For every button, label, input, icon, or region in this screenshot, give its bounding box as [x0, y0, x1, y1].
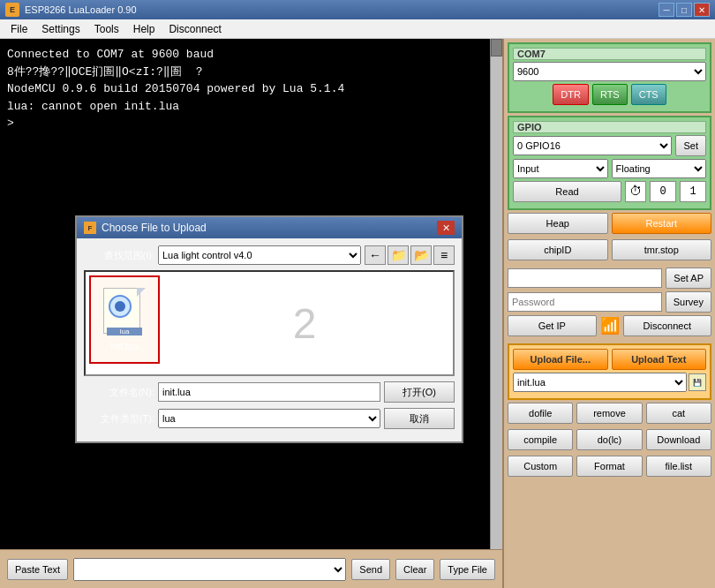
dolc-button[interactable]: do(lc) [576, 429, 642, 450]
file-list-button[interactable]: file.list [646, 456, 711, 477]
gpio-mode-row: Input Floating [513, 159, 706, 178]
file-icon-circle [109, 295, 132, 318]
close-button[interactable]: ✕ [694, 3, 710, 17]
file-dialog-title: F Choose File to Upload ✕ [77, 217, 462, 238]
password-input[interactable] [508, 292, 662, 312]
nav-view-button[interactable]: ≡ [433, 245, 455, 265]
cancel-button[interactable]: 取消 [384, 408, 455, 429]
terminal-scrollbar[interactable] [490, 39, 502, 549]
password-row: Survey [508, 291, 711, 313]
heap-button[interactable]: Heap [508, 213, 608, 234]
terminal-line-3: 8件??搀??‖OCE扪圄‖O<zI:?‖圄 ？ [7, 64, 495, 81]
baud-row: 9600 [513, 62, 706, 81]
type-file-button[interactable]: Type File [440, 559, 495, 580]
get-ip-button[interactable]: Get IP [508, 315, 597, 336]
menu-file[interactable]: File [4, 21, 34, 37]
nav-back-button[interactable]: ← [365, 245, 386, 265]
gpio-set-button[interactable]: Set [675, 135, 706, 156]
gpio-pin-row: 0 GPIO16 Set [513, 135, 706, 156]
disconnect-button[interactable]: Disconnect [623, 315, 712, 336]
survey-button[interactable]: Survey [666, 291, 711, 313]
title-bar: E ESP8266 LuaLoader 0.90 ─ □ ✕ [0, 0, 715, 19]
file-item-init[interactable]: lua init.lua [89, 275, 160, 364]
gpio-section: GPIO 0 GPIO16 Set Input Floating Read ⏱ … [508, 116, 711, 210]
file-ops-row2: compile do(lc) Download [508, 429, 711, 450]
nav-new-folder-button[interactable]: 📂 [410, 245, 432, 265]
window-title: ESP8266 LuaLoader 0.90 [25, 4, 659, 15]
send-button[interactable]: Send [351, 559, 390, 580]
clock-icon[interactable]: ⏱ [625, 181, 646, 202]
nav-up-button[interactable]: 📁 [388, 245, 409, 265]
paste-text-button[interactable]: Paste Text [7, 559, 68, 580]
dofile-button[interactable]: dofile [508, 403, 573, 424]
filetype-select[interactable]: lua [158, 409, 380, 428]
gpio-pull-select[interactable]: Floating [612, 159, 707, 178]
download-button[interactable]: Download [646, 429, 711, 450]
cat-button[interactable]: cat [646, 403, 711, 424]
upload-text-button[interactable]: Upload Text [612, 349, 707, 370]
file-dialog-body: 查找范围(I): Lua light control v4.0 ← 📁 📂 ≡ [77, 238, 462, 441]
terminal[interactable]: Connected to COM7 at 9600 baud 8件??搀??‖O… [0, 39, 502, 588]
file-icon-badge: lua [107, 328, 142, 335]
terminal-line-7: > [7, 115, 495, 132]
menu-tools[interactable]: Tools [87, 21, 126, 37]
ap-input[interactable] [508, 268, 662, 288]
menu-help[interactable]: Help [126, 21, 162, 37]
com-label: COM7 [513, 48, 706, 60]
compile-button[interactable]: compile [508, 429, 573, 450]
terminal-line-1: Connected to COM7 at 9600 baud [7, 46, 495, 64]
paste-select[interactable] [73, 558, 346, 581]
file-select[interactable]: init.lua [513, 373, 687, 392]
terminal-line-5: NodeMCU 0.9.6 build 20150704 powered by … [7, 80, 495, 98]
clear-button[interactable]: Clear [395, 559, 434, 580]
dtr-button[interactable]: DTR [553, 84, 589, 105]
open-button[interactable]: 打开(O) [384, 381, 455, 403]
file-dialog-close-button[interactable]: ✕ [437, 221, 455, 235]
cts-button[interactable]: CTS [631, 84, 666, 105]
custom-button[interactable]: Custom [508, 456, 573, 477]
set-ap-button[interactable]: Set AP [666, 268, 711, 289]
upload-buttons-row: Upload File... Upload Text [513, 349, 706, 370]
gpio-value-1: 1 [680, 181, 706, 202]
wifi-icon[interactable]: 📶 [600, 316, 620, 335]
gpio-read-button[interactable]: Read [513, 181, 621, 202]
scrollbar-thumb[interactable] [491, 39, 502, 57]
file-ops-row3: Custom Format file.list [508, 456, 711, 477]
file-list-area[interactable]: lua init.lua 2 [84, 270, 455, 376]
menu-settings[interactable]: Settings [34, 21, 87, 37]
right-panel: COM7 9600 DTR RTS CTS GPIO 0 GPIO16 Set [502, 39, 715, 588]
ap-row: Set AP [508, 268, 711, 289]
gpio-value-0: 0 [650, 181, 676, 202]
format-button[interactable]: Format [576, 456, 642, 477]
remove-button[interactable]: remove [576, 403, 642, 424]
heap-restart-row: Heap Restart [508, 213, 711, 234]
filetype-label: 文件类型(T): [84, 412, 154, 426]
dialog-location-row: 查找范围(I): Lua light control v4.0 ← 📁 📂 ≡ [84, 245, 455, 265]
app-icon: E [5, 3, 19, 17]
rts-button[interactable]: RTS [592, 84, 628, 105]
file-select-row: init.lua 💾 [513, 373, 706, 392]
minimize-button[interactable]: ─ [659, 3, 674, 17]
gpio-pin-select[interactable]: 0 GPIO16 [513, 136, 672, 155]
getip-row: Get IP 📶 Disconnect [508, 315, 711, 336]
baud-select[interactable]: 9600 [513, 62, 706, 81]
gpio-read-row: Read ⏱ 0 1 [513, 181, 706, 202]
com-buttons-row: DTR RTS CTS [513, 84, 706, 105]
maximize-button[interactable]: □ [676, 3, 692, 17]
filename-input[interactable] [158, 382, 380, 402]
tmr-stop-button[interactable]: tmr.stop [612, 239, 712, 260]
gpio-mode-select[interactable]: Input [513, 159, 608, 178]
chipid-button[interactable]: chipID [508, 239, 608, 260]
window-controls: ─ □ ✕ [659, 3, 710, 17]
location-select[interactable]: Lua light control v4.0 [158, 245, 361, 265]
dialog-icon: F [84, 222, 96, 234]
upload-section: Upload File... Upload Text init.lua 💾 [508, 343, 711, 400]
file-item-label: init.lua [110, 341, 139, 351]
menu-bar: File Settings Tools Help Disconnect [0, 19, 715, 39]
sd-icon[interactable]: 💾 [689, 373, 706, 391]
nav-buttons: ← 📁 📂 ≡ [365, 245, 455, 265]
restart-button[interactable]: Restart [612, 213, 712, 234]
menu-disconnect[interactable]: Disconnect [162, 21, 228, 37]
location-label: 查找范围(I): [84, 249, 154, 262]
upload-file-button[interactable]: Upload File... [513, 349, 608, 370]
